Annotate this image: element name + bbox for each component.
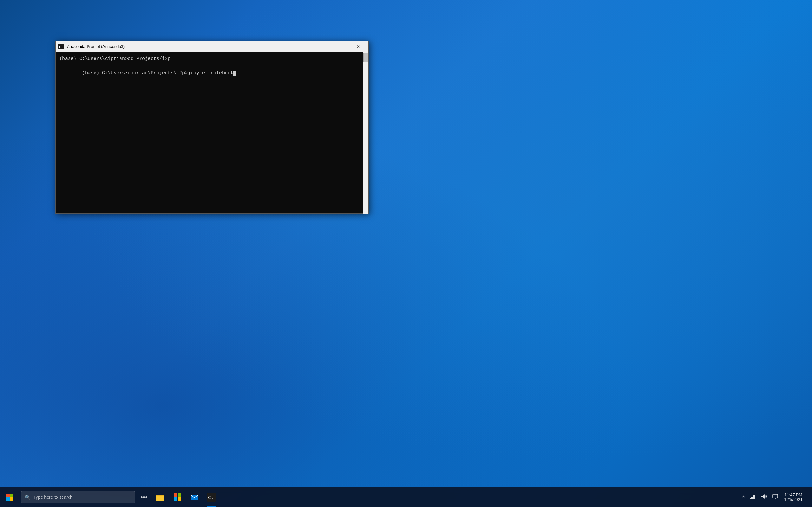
svg-rect-19 — [750, 498, 751, 499]
taskbar-app-anaconda-prompt[interactable]: C: — [203, 487, 220, 507]
maximize-button[interactable]: □ — [336, 42, 351, 52]
action-center-tray-icon[interactable] — [771, 492, 780, 503]
minimize-button[interactable]: ─ — [321, 42, 335, 52]
svg-rect-9 — [156, 495, 164, 501]
pinned-apps: C: — [152, 487, 220, 507]
svg-rect-12 — [173, 493, 177, 497]
network-icon — [749, 493, 756, 500]
terminal-cursor — [234, 71, 236, 76]
task-view-button[interactable] — [136, 487, 152, 507]
taskbar: 🔍 Type here to search — [0, 487, 812, 507]
terminal-line-2: (base) C:\Users\ciprian\Projects\i2p>jup… — [59, 63, 364, 84]
svg-rect-21 — [753, 495, 755, 499]
svg-rect-13 — [177, 493, 181, 497]
terminal-content[interactable]: (base) C:\Users\ciprian>cd Projects/i2p … — [55, 52, 368, 213]
scroll-thumb[interactable] — [363, 53, 368, 62]
volume-icon — [761, 493, 767, 500]
svg-rect-11 — [156, 495, 164, 496]
svg-rect-23 — [773, 494, 778, 498]
window-title: Anaconda Prompt (Anaconda3) — [67, 44, 321, 49]
tray-icons — [748, 492, 780, 503]
system-tray: 11:47 PM 12/5/2021 — [740, 487, 812, 507]
svg-point-6 — [141, 496, 143, 498]
anaconda-prompt-icon: C: — [207, 493, 216, 502]
svg-rect-4 — [6, 498, 9, 501]
clock-time: 11:47 PM — [784, 493, 802, 497]
microsoft-store-icon — [173, 493, 182, 502]
svg-point-7 — [143, 496, 145, 498]
taskbar-app-mail[interactable] — [186, 487, 203, 507]
terminal-window: C: Anaconda Prompt (Anaconda3) ─ □ ✕ (ba… — [55, 41, 368, 214]
svg-point-8 — [145, 496, 147, 498]
close-button[interactable]: ✕ — [351, 42, 366, 52]
tray-overflow-button[interactable] — [740, 493, 747, 501]
search-icon: 🔍 — [24, 494, 31, 500]
terminal-title-icon: C: — [58, 43, 64, 50]
svg-marker-22 — [761, 494, 765, 499]
action-center-icon — [772, 493, 778, 500]
mail-icon — [190, 493, 199, 502]
svg-rect-14 — [173, 498, 177, 501]
windows-logo-icon — [6, 493, 14, 501]
svg-text:C:: C: — [59, 45, 63, 49]
network-tray-icon[interactable] — [748, 492, 757, 503]
taskbar-app-microsoft-store[interactable] — [169, 487, 186, 507]
window-controls: ─ □ ✕ — [321, 42, 366, 52]
terminal-line-1: (base) C:\Users\ciprian>cd Projects/i2p — [59, 55, 364, 63]
start-button[interactable] — [0, 487, 20, 507]
search-bar[interactable]: 🔍 Type here to search — [21, 491, 135, 503]
svg-rect-15 — [177, 498, 181, 501]
svg-text:C:: C: — [208, 495, 213, 500]
system-clock[interactable]: 11:47 PM 12/5/2021 — [781, 487, 806, 507]
terminal-scrollbar[interactable] — [363, 52, 368, 214]
search-placeholder-text: Type here to search — [33, 495, 72, 500]
file-explorer-icon — [156, 493, 165, 502]
volume-tray-icon[interactable] — [759, 492, 768, 503]
svg-rect-2 — [6, 494, 9, 497]
task-view-icon — [140, 493, 148, 501]
desktop: C: Anaconda Prompt (Anaconda3) ─ □ ✕ (ba… — [0, 0, 812, 507]
svg-rect-3 — [10, 494, 13, 497]
title-bar: C: Anaconda Prompt (Anaconda3) ─ □ ✕ — [55, 41, 368, 52]
clock-date: 12/5/2021 — [784, 497, 803, 502]
taskbar-app-file-explorer[interactable] — [152, 487, 169, 507]
svg-rect-20 — [751, 497, 753, 499]
chevron-up-icon — [742, 495, 745, 499]
show-desktop-button[interactable] — [807, 487, 809, 507]
svg-rect-5 — [10, 498, 13, 501]
